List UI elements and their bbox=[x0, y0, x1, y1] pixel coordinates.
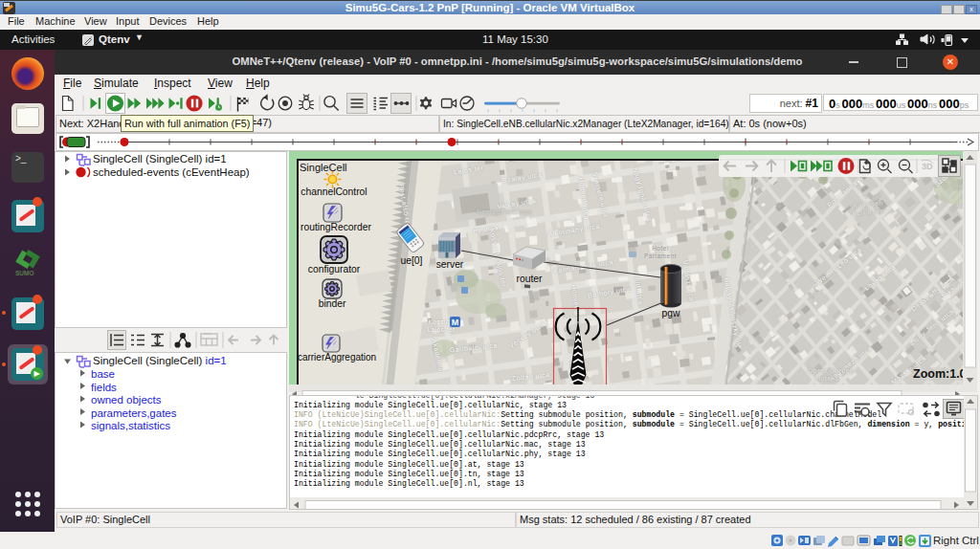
svg-text:pgw: pgw bbox=[662, 308, 680, 318]
svg-text:Opera Garden: Opera Garden bbox=[808, 367, 854, 375]
svg-text:Lajos tér: Lajos tér bbox=[427, 326, 456, 334]
svg-text:server: server bbox=[436, 259, 464, 270]
svg-text:Hotel &: Hotel & bbox=[816, 375, 840, 382]
svg-text:binder: binder bbox=[319, 298, 346, 309]
svg-text:carrierAggregation: carrierAggregation bbox=[299, 352, 376, 362]
svg-text:Néprajzi Múzeum: Néprajzi Múzeum bbox=[477, 209, 532, 216]
svg-text:routingRecorder: routingRecorder bbox=[301, 222, 371, 232]
svg-text:3D: 3D bbox=[922, 162, 933, 171]
svg-text:Hotel: Hotel bbox=[652, 245, 669, 252]
svg-text:channelControl: channelControl bbox=[301, 187, 367, 197]
svg-text:router: router bbox=[517, 274, 543, 284]
svg-text:Parlament: Parlament bbox=[644, 253, 677, 259]
svg-text:M: M bbox=[452, 318, 459, 327]
svg-text:ue[0]: ue[0] bbox=[401, 255, 423, 266]
svg-text:SUMO: SUMO bbox=[15, 270, 34, 276]
svg-text:configurator: configurator bbox=[308, 264, 361, 274]
